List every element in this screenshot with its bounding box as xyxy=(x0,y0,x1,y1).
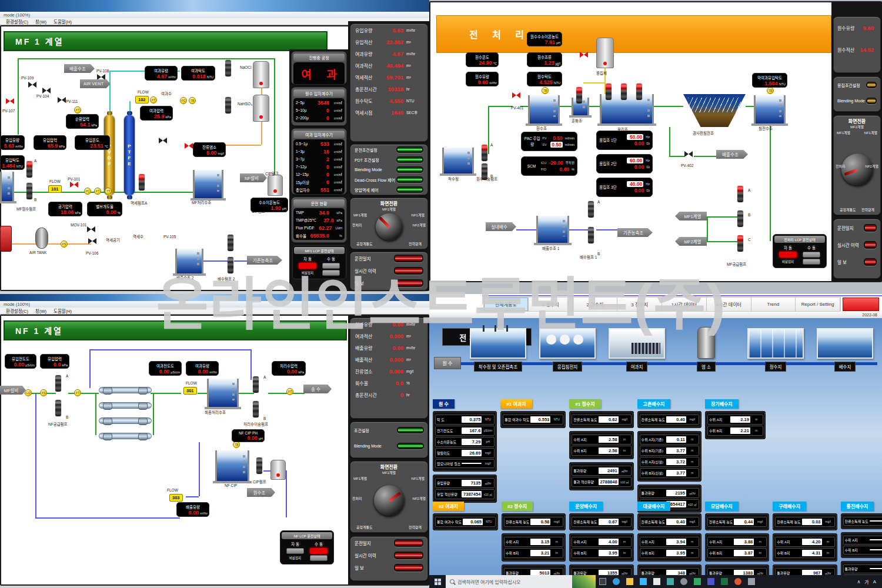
rotary-label[interactable]: 전력량계 xyxy=(409,241,422,246)
estop-button[interactable] xyxy=(322,270,340,276)
pump-icon[interactable] xyxy=(55,400,61,416)
row-value[interactable]: 60.00 xyxy=(627,158,643,163)
menu-item[interactable]: 환경설정(C) xyxy=(6,308,28,314)
pump-icon[interactable] xyxy=(228,235,233,251)
valve-icon[interactable] xyxy=(88,238,96,244)
red-led-button[interactable] xyxy=(864,241,877,249)
tray-item[interactable]: 가 xyxy=(864,579,868,585)
pump-icon[interactable] xyxy=(588,227,594,243)
tab[interactable]: 3 정수지 xyxy=(617,298,662,311)
rotary-label[interactable]: 공정계통도 xyxy=(840,207,856,212)
tray-item[interactable]: ∧ xyxy=(857,579,860,584)
tab[interactable]: Report / Setting xyxy=(796,298,840,311)
log-row[interactable]: 실시간 이력 xyxy=(834,236,880,253)
tab[interactable]: 1시간 데이터 xyxy=(662,298,707,311)
row-value[interactable]: 40.00 xyxy=(627,181,643,187)
setting-row[interactable]: 양압역세 제어 xyxy=(350,185,427,195)
pump-icon[interactable] xyxy=(26,183,32,199)
estop-button[interactable] xyxy=(803,259,820,265)
log-row[interactable]: 일 보 xyxy=(834,253,880,270)
valve-icon[interactable] xyxy=(684,151,693,157)
taskbar-icon[interactable] xyxy=(731,575,744,588)
pump-icon[interactable] xyxy=(139,174,145,191)
valve-icon[interactable] xyxy=(97,74,105,80)
rotary-label[interactable]: 전처리 xyxy=(352,496,362,501)
menu-item[interactable]: 도움말(H) xyxy=(54,308,72,314)
taskbar-icon[interactable] xyxy=(704,575,717,588)
pump-icon[interactable] xyxy=(225,60,231,76)
red-led-button[interactable] xyxy=(394,552,423,559)
weather-widget[interactable] xyxy=(572,575,596,588)
rotary-label[interactable]: MF2계열 xyxy=(382,206,396,212)
taskbar-icon[interactable] xyxy=(717,575,731,588)
pump-icon[interactable] xyxy=(482,145,487,161)
rotary-label[interactable]: MF2계열 xyxy=(850,124,864,129)
valve-icon[interactable] xyxy=(70,182,78,188)
taskbar-icon[interactable] xyxy=(623,575,636,588)
screen-switch-knob[interactable] xyxy=(374,486,405,516)
valve-icon[interactable] xyxy=(185,143,193,149)
taskbar-icon[interactable] xyxy=(650,575,663,588)
setting-row[interactable]: Dead-Cross Flow 제어 xyxy=(350,175,427,185)
row-value[interactable]: 50.00 xyxy=(627,134,643,140)
taskbar-icon[interactable] xyxy=(596,575,609,588)
log-row[interactable]: 실시간 이력 xyxy=(350,549,427,562)
pump-icon[interactable] xyxy=(606,83,612,100)
valve-icon[interactable] xyxy=(512,92,520,98)
pump-icon[interactable] xyxy=(588,201,594,218)
taskbar-icon[interactable] xyxy=(636,575,650,588)
taskbar-icon[interactable] xyxy=(663,575,677,588)
tray-item[interactable]: A xyxy=(873,579,876,584)
taskbar-icon[interactable] xyxy=(690,575,704,588)
valve-icon[interactable] xyxy=(42,88,51,93)
green-led-indicator[interactable] xyxy=(396,166,423,173)
auto-indicator[interactable] xyxy=(299,263,316,269)
facility-station[interactable]: 정수지 xyxy=(741,327,810,372)
row-value[interactable]: 0.50 xyxy=(550,142,563,148)
red-led-button[interactable] xyxy=(394,539,423,547)
rotary-label[interactable]: 전력량계 xyxy=(409,524,422,530)
green-led-indicator[interactable] xyxy=(397,427,424,433)
green-led-indicator[interactable] xyxy=(396,176,423,183)
red-led-button[interactable] xyxy=(394,564,423,572)
green-led-indicator[interactable] xyxy=(396,146,423,153)
setting-row[interactable]: 응집조건설정 xyxy=(834,77,880,93)
log-row[interactable]: 운전일지 xyxy=(350,252,427,265)
setting-row[interactable]: 운전조건설정 xyxy=(350,145,427,155)
rotary-label[interactable]: NF2계열 xyxy=(866,163,878,169)
amber-led-indicator[interactable] xyxy=(866,82,877,88)
log-row[interactable]: 운전일지 xyxy=(834,219,880,236)
red-led-button[interactable] xyxy=(394,267,423,275)
facility-station[interactable]: 배수지 xyxy=(810,327,880,372)
red-led-button[interactable] xyxy=(394,255,423,262)
pump-icon[interactable] xyxy=(228,257,233,273)
tab[interactable]: 2 정수지 xyxy=(573,298,618,311)
taskbar-icon[interactable] xyxy=(609,575,623,588)
pump-icon[interactable] xyxy=(621,83,627,100)
pump-icon[interactable] xyxy=(253,401,259,417)
pump-icon[interactable] xyxy=(256,457,262,474)
setting-row[interactable]: Blending Mode xyxy=(350,165,427,175)
pump-icon[interactable] xyxy=(225,97,231,113)
green-led-indicator[interactable] xyxy=(396,156,423,163)
menu-item[interactable]: 창(W) xyxy=(35,308,46,314)
valve-icon[interactable] xyxy=(580,52,588,58)
manual-indicator[interactable] xyxy=(322,263,340,269)
pump-icon[interactable] xyxy=(253,376,259,393)
auto-indicator[interactable] xyxy=(286,548,304,554)
facility-station[interactable]: 착수정 및 오존접촉조 xyxy=(463,327,533,372)
rotary-label[interactable]: 공정계통도 xyxy=(356,524,373,530)
log-row[interactable]: 일 보 xyxy=(350,277,427,289)
pump-icon[interactable] xyxy=(737,211,743,227)
menu-item[interactable]: 창(W) xyxy=(35,18,46,25)
estop-button[interactable] xyxy=(310,555,328,561)
auto-indicator[interactable] xyxy=(779,252,797,258)
pump-icon[interactable] xyxy=(737,235,743,252)
green-led-indicator[interactable] xyxy=(397,443,424,449)
rotary-label[interactable]: 전처리 xyxy=(836,163,846,169)
log-row[interactable]: 운전일지 xyxy=(350,537,427,549)
amber-led-indicator[interactable] xyxy=(866,98,877,104)
valve-icon[interactable] xyxy=(6,98,14,104)
pump-icon[interactable] xyxy=(26,161,32,178)
pump-icon[interactable] xyxy=(737,186,743,202)
